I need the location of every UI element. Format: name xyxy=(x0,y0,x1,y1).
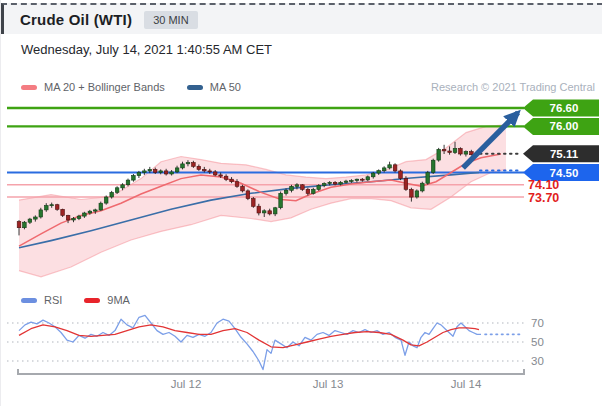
nine-ma-swatch-icon xyxy=(84,298,100,303)
rsi-panel-layer: 705030 xyxy=(7,315,544,369)
trading-central-widget: Crude Oil (WTI) 30 MIN Wednesday, July 1… xyxy=(0,0,602,406)
bollinger-band-layer xyxy=(19,125,506,277)
legend-item-rsi: RSI xyxy=(21,294,62,306)
x-axis-label: Jul 13 xyxy=(313,378,344,390)
rsi-scale-label: 30 xyxy=(531,355,544,367)
price-tag-label: 76.00 xyxy=(550,120,579,132)
rsi-legend: RSI 9MA xyxy=(21,294,144,306)
legend-label: 9MA xyxy=(107,294,130,306)
support-level-label: 73.70 xyxy=(528,191,559,205)
chart-header: Crude Oil (WTI) 30 MIN xyxy=(1,3,602,34)
x-axis-label: Jul 12 xyxy=(171,378,202,390)
rsi-swatch-icon xyxy=(21,298,37,303)
x-axis-label: Jul 14 xyxy=(451,378,482,390)
chart-canvas: 76.6076.0075.1174.5074.1073.70 705030 Ju… xyxy=(1,62,602,392)
price-tag-label: 75.11 xyxy=(550,148,579,160)
timestamp: Wednesday, July 14, 2021 1:40:55 AM CET xyxy=(21,42,272,57)
rsi-scale-label: 50 xyxy=(531,336,544,348)
timeframe-badge[interactable]: 30 MIN xyxy=(144,11,197,29)
legend-item-9ma: 9MA xyxy=(84,294,130,306)
rsi-scale-label: 70 xyxy=(531,317,544,329)
legend-label: RSI xyxy=(44,294,62,306)
price-level-tags: 76.6076.0075.1174.5074.1073.70 xyxy=(523,100,599,205)
instrument-title: Crude Oil (WTI) xyxy=(20,11,132,28)
price-tag-label: 76.60 xyxy=(550,102,579,114)
price-tag-label: 74.50 xyxy=(550,167,579,179)
x-axis-layer: Jul 12Jul 13Jul 14 xyxy=(18,369,524,390)
